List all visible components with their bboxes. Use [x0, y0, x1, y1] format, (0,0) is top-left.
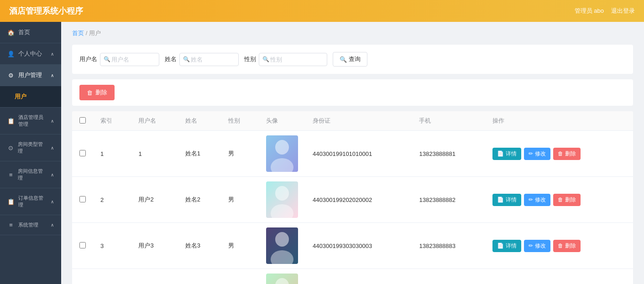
col-avatar: 头像	[259, 111, 305, 131]
person-icon: 👤	[7, 51, 15, 57]
sidebar-item-room-info[interactable]: ≡ 房间信息管理 ∧	[0, 161, 61, 188]
lastname-label: 姓名	[165, 55, 177, 63]
sidebar-item-sys-mgmt[interactable]: ≡ 系统管理 ∧	[0, 215, 61, 235]
sidebar-label-hotel-mgmt: 酒店管理员管理	[18, 114, 47, 128]
sidebar-item-user-mgmt[interactable]: ⚙ 用户管理 ∧	[0, 65, 61, 86]
logout-button[interactable]: 退出登录	[611, 7, 635, 15]
edit-button-2[interactable]: ✏ 修改	[524, 240, 550, 252]
cell-avatar	[259, 131, 305, 177]
delete-icon: 🗑	[558, 150, 563, 157]
chevron-room-info: ∧	[51, 172, 54, 177]
sidebar-label-home: 首页	[18, 28, 30, 36]
user-info-area: 管理员 abo 退出登录	[575, 7, 635, 15]
cell-name: 姓名3	[178, 223, 221, 269]
delete-button-2[interactable]: 🗑 删除	[553, 240, 581, 252]
detail-button-2[interactable]: 📄 详情	[492, 240, 521, 252]
sidebar-item-personal[interactable]: 👤 个人中心 ∧	[0, 43, 61, 65]
sidebar-label-personal: 个人中心	[18, 50, 42, 58]
breadcrumb-separator: /	[86, 30, 88, 36]
edit-button-0[interactable]: ✏ 修改	[524, 148, 550, 160]
sidebar-item-hotel-mgmt[interactable]: 📋 酒店管理员管理 ∧	[0, 108, 61, 134]
cell-index: 1	[93, 131, 131, 177]
col-username: 用户名	[131, 111, 178, 131]
cell-name: 姓名1	[178, 131, 221, 177]
cell-username: 用户4	[131, 269, 178, 284]
sidebar-item-user[interactable]: 用户	[0, 86, 61, 108]
cell-gender: 男	[221, 131, 259, 177]
delete-toolbar-label: 删除	[95, 88, 107, 97]
cell-actions: 📄 详情 ✏ 修改 🗑 删除	[485, 131, 633, 177]
cell-idcard: 440300199303030003	[305, 223, 412, 269]
cell-index: 3	[93, 223, 131, 269]
row-checkbox-cell	[72, 177, 93, 223]
detail-button-0[interactable]: 📄 详情	[492, 148, 521, 160]
cell-gender: 男	[221, 177, 259, 223]
manager-label: 管理员 abo	[575, 7, 604, 15]
table-row: 2 用户2 姓名2 男 440300199202020002 138238888…	[72, 177, 633, 223]
edit-icon: ✏	[529, 243, 533, 249]
sidebar-label-room-type: 房间类型管理	[18, 141, 47, 155]
row-checkbox-cell	[72, 131, 93, 177]
lastname-input-wrap: 🔍	[179, 53, 239, 66]
cell-phone: 13823888884	[412, 269, 485, 284]
sidebar-label-user-mgmt: 用户管理	[18, 71, 42, 79]
svg-point-4	[275, 232, 289, 247]
sidebar-item-room-type[interactable]: ⊙ 房间类型管理 ∧	[0, 134, 61, 161]
cell-username: 用户3	[131, 223, 178, 269]
svg-point-0	[275, 140, 289, 155]
chevron-hotel: ∧	[51, 119, 54, 124]
data-table: 索引 用户名 姓名 性别 头像 身份证 手机 操作 1 1 姓名1	[72, 111, 633, 284]
cell-idcard: 440300199202020002	[305, 177, 412, 223]
chevron-personal: ∧	[51, 52, 54, 57]
cell-index: 4	[93, 269, 131, 284]
col-gender: 性别	[221, 111, 259, 131]
edit-icon: ✏	[529, 150, 533, 157]
sidebar-item-order-mgmt[interactable]: 📋 订单信息管理 ∧	[0, 188, 61, 215]
sidebar-label-user: 用户	[15, 93, 26, 101]
user-table: 索引 用户名 姓名 性别 头像 身份证 手机 操作 1 1 姓名1	[72, 111, 633, 284]
row-checkbox-1[interactable]	[79, 196, 86, 202]
delete-button-0[interactable]: 🗑 删除	[553, 148, 581, 160]
row-checkbox-0[interactable]	[79, 150, 86, 156]
username-field: 用户名 🔍	[79, 53, 159, 66]
table-body: 1 1 姓名1 男 440300199101010001 13823888881…	[72, 131, 633, 284]
edit-icon: ✏	[529, 196, 533, 203]
select-all-checkbox[interactable]	[79, 117, 86, 124]
chevron-user-mgmt: ∧	[51, 73, 54, 78]
cell-gender: 男	[221, 223, 259, 269]
sidebar-item-home[interactable]: 🏠 首页	[0, 22, 61, 43]
order-icon: 📋	[7, 198, 15, 205]
header-checkbox-cell	[72, 111, 93, 131]
cell-name: 姓名2	[178, 177, 221, 223]
delete-button-1[interactable]: 🗑 删除	[553, 194, 581, 206]
delete-icon: 🗑	[558, 196, 563, 203]
chevron-order: ∧	[51, 199, 54, 204]
cell-username: 1	[131, 131, 178, 177]
sidebar-label-order-mgmt: 订单信息管理	[18, 195, 47, 208]
batch-delete-button[interactable]: 🗑 删除	[79, 85, 115, 100]
col-name: 姓名	[178, 111, 221, 131]
cell-actions: 📄 详情 ✏ 修改 🗑 删除	[485, 269, 633, 284]
cell-phone: 13823888883	[412, 223, 485, 269]
delete-icon: 🗑	[558, 243, 563, 249]
col-actions: 操作	[485, 111, 633, 131]
table-row: 3 用户3 姓名3 男 440300199303030003 138238888…	[72, 223, 633, 269]
sidebar-label-room-info: 房间信息管理	[18, 168, 47, 181]
main-layout: 🏠 首页 👤 个人中心 ∧ ⚙ 用户管理 ∧ 用户 📋 酒店管理员管理 ∧ ⊙ …	[0, 22, 644, 284]
gender-field: 性别 🔍	[244, 53, 327, 66]
hotel-icon: 📋	[7, 118, 15, 124]
query-button[interactable]: 🔍 查询	[333, 52, 367, 67]
app-logo: 酒店管理系统小程序	[9, 5, 83, 16]
breadcrumb-home[interactable]: 首页	[72, 30, 84, 36]
row-checkbox-2[interactable]	[79, 242, 86, 248]
gear-icon: ⚙	[7, 72, 15, 79]
edit-button-1[interactable]: ✏ 修改	[524, 194, 550, 206]
table-row: 4 用户4 姓名4 男 440300199404040004 138238888…	[72, 269, 633, 284]
cell-index: 2	[93, 177, 131, 223]
col-phone: 手机	[412, 111, 485, 131]
svg-point-3	[271, 204, 293, 218]
detail-icon: 📄	[497, 150, 504, 157]
query-search-icon: 🔍	[340, 56, 347, 63]
detail-button-1[interactable]: 📄 详情	[492, 194, 521, 206]
avatar	[266, 181, 298, 218]
